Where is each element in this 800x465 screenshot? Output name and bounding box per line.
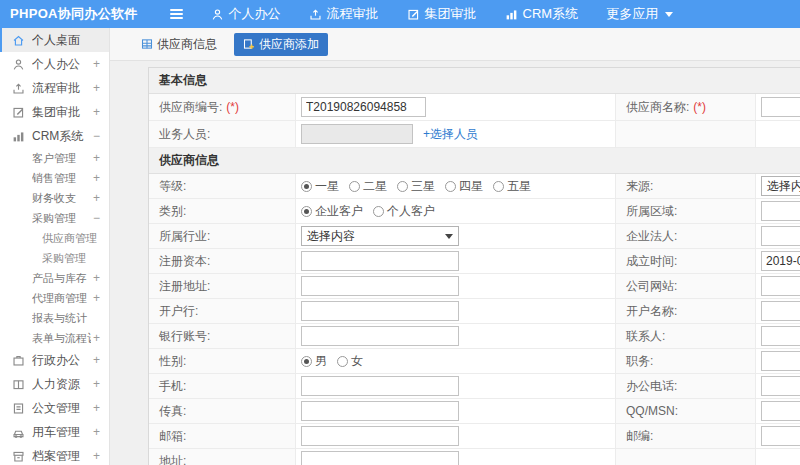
nav-crm-system[interactable]: CRM系统 (505, 5, 579, 23)
contact-person-input[interactable] (761, 326, 800, 346)
grade-radios-option-0[interactable]: 一星 (301, 178, 339, 195)
office-phone-input[interactable] (761, 376, 800, 396)
nav-group-approval[interactable]: 集团审批 (407, 5, 477, 23)
sidebar-item-purchase-mgmt[interactable]: 采购管理− (0, 208, 109, 228)
company-website-input[interactable] (761, 276, 800, 296)
sidebar-item-agent-mgmt[interactable]: 代理商管理+ (0, 288, 109, 308)
sidebar-item-customer-mgmt[interactable]: 客户管理+ (0, 148, 109, 168)
expand-toggle-icon[interactable]: + (93, 271, 100, 285)
zip-code-input[interactable] (761, 426, 800, 446)
sidebar-item-label: 供应商管理 (42, 231, 100, 246)
sidebar-item-archive-mgmt[interactable]: 档案管理+ (0, 444, 109, 465)
radio-icon[interactable] (373, 206, 384, 217)
field-label: 企业法人: (616, 224, 756, 248)
tab-supplier-add[interactable]: 供应商添加 (234, 33, 328, 56)
expand-toggle-icon[interactable]: + (93, 401, 100, 415)
mobile-input[interactable] (301, 376, 459, 396)
expand-toggle-icon[interactable]: + (93, 151, 100, 165)
sidebar-item-form-flow-settings[interactable]: 表单与流程设置+ (0, 328, 109, 348)
address-input[interactable] (301, 451, 459, 465)
bank-account-input[interactable] (301, 326, 459, 346)
expand-toggle-icon[interactable]: + (93, 353, 100, 367)
expand-toggle-icon[interactable]: + (93, 291, 100, 305)
expand-toggle-icon[interactable]: − (93, 211, 100, 225)
sidebar-item-report-statistics[interactable]: 报表与统计 (0, 308, 109, 328)
sidebar-item-workflow-approval[interactable]: 流程审批+ (0, 76, 109, 100)
field-label-text: 企业法人: (626, 228, 677, 245)
radio-icon[interactable] (301, 356, 312, 367)
gender-radios-option-0[interactable]: 男 (301, 353, 327, 370)
supplier-code-input[interactable] (301, 97, 426, 117)
expand-toggle-icon[interactable]: + (93, 331, 100, 345)
grade-radios-option-2[interactable]: 三星 (397, 178, 435, 195)
expand-toggle-icon[interactable]: + (93, 105, 100, 119)
grade-radios-option-4[interactable]: 五星 (493, 178, 531, 195)
gender-radios-option-1[interactable]: 女 (337, 353, 363, 370)
nav-workflow-approval[interactable]: 流程审批 (309, 5, 379, 23)
sidebar-item-product-inventory[interactable]: 产品与库存+ (0, 268, 109, 288)
expand-toggle-icon[interactable]: + (93, 81, 100, 95)
nav-more-apps[interactable]: 更多应用 (606, 5, 673, 23)
sidebar-item-document-mgmt[interactable]: 公文管理+ (0, 396, 109, 420)
tab-supplier-info[interactable]: 供应商信息 (132, 33, 226, 56)
qq-msn-input[interactable] (761, 401, 800, 421)
category-radios-option-0[interactable]: 企业客户 (301, 203, 363, 220)
sidebar-item-personal-office[interactable]: 个人办公+ (0, 52, 109, 76)
sidebar-item-admin-office[interactable]: 行政办公+ (0, 348, 109, 372)
radio-icon[interactable] (301, 181, 312, 192)
sidebar-item-supplier-mgmt[interactable]: 供应商管理 (0, 228, 109, 248)
sidebar-item-group-approval[interactable]: 集团审批+ (0, 100, 109, 124)
expand-toggle-icon[interactable]: + (93, 449, 100, 463)
radio-icon[interactable] (349, 181, 360, 192)
fax-input[interactable] (301, 401, 459, 421)
bank-branch-input[interactable] (301, 301, 459, 321)
radio-icon[interactable] (301, 206, 312, 217)
sidebar-item-finance-inout[interactable]: 财务收支+ (0, 188, 109, 208)
registered-capital-input[interactable] (301, 251, 459, 271)
region-input[interactable] (761, 201, 800, 221)
expand-toggle-icon[interactable]: + (93, 171, 100, 185)
expand-toggle-icon[interactable]: + (93, 57, 100, 71)
menu-toggle-icon[interactable] (170, 9, 183, 19)
expand-toggle-icon[interactable]: + (93, 377, 100, 391)
form-row: 类别:企业客户个人客户所属区域: (149, 199, 800, 224)
registered-address-input[interactable] (301, 276, 459, 296)
source-select[interactable]: 选择内容 (761, 176, 800, 196)
sidebar-item-hr[interactable]: 人力资源+ (0, 372, 109, 396)
radio-icon[interactable] (493, 181, 504, 192)
email-input[interactable] (301, 426, 459, 446)
grade-radios-option-3[interactable]: 四星 (445, 178, 483, 195)
sidebar-item-personal-desktop[interactable]: 个人桌面 (0, 28, 109, 52)
founded-date-input[interactable] (761, 251, 800, 271)
category-radios-option-1[interactable]: 个人客户 (373, 203, 435, 220)
business-staff-input[interactable] (301, 124, 413, 144)
job-title-input[interactable] (761, 351, 800, 371)
supplier-name-input[interactable] (761, 97, 800, 117)
expand-toggle-icon[interactable]: + (93, 425, 100, 439)
expand-toggle-icon[interactable]: − (93, 129, 100, 143)
radio-label: 一星 (315, 178, 339, 195)
field-cell (296, 274, 616, 298)
radio-icon[interactable] (337, 356, 348, 367)
industry-select[interactable]: 选择内容 (301, 226, 459, 246)
radio-icon[interactable] (445, 181, 456, 192)
grade-radios-option-1[interactable]: 二星 (349, 178, 387, 195)
legal-person-input[interactable] (761, 226, 800, 246)
field-label: 性别: (149, 349, 296, 373)
field-label: 所属行业: (149, 224, 296, 248)
select-staff-link[interactable]: +选择人员 (423, 126, 478, 143)
sidebar-item-label: 人力资源 (32, 376, 91, 393)
radio-icon[interactable] (397, 181, 408, 192)
sidebar-item-label: 个人办公 (32, 56, 91, 73)
form-section: 基本信息供应商编号:(*)供应商名称:(*)业务人员:+选择人员 (149, 68, 800, 148)
field-label: 成立时间: (616, 249, 756, 273)
expand-toggle-icon[interactable]: + (93, 191, 100, 205)
field-cell (756, 94, 800, 120)
sidebar-item-purchasing-mgmt[interactable]: 采购管理 (0, 248, 109, 268)
sidebar-item-crm-system[interactable]: CRM系统− (0, 124, 109, 148)
sidebar-item-vehicle-mgmt[interactable]: 用车管理+ (0, 420, 109, 444)
field-label-text: 业务人员: (159, 126, 210, 143)
account-name-input[interactable] (761, 301, 800, 321)
sidebar-item-sales-mgmt[interactable]: 销售管理+ (0, 168, 109, 188)
nav-personal-office[interactable]: 个人办公 (211, 5, 281, 23)
